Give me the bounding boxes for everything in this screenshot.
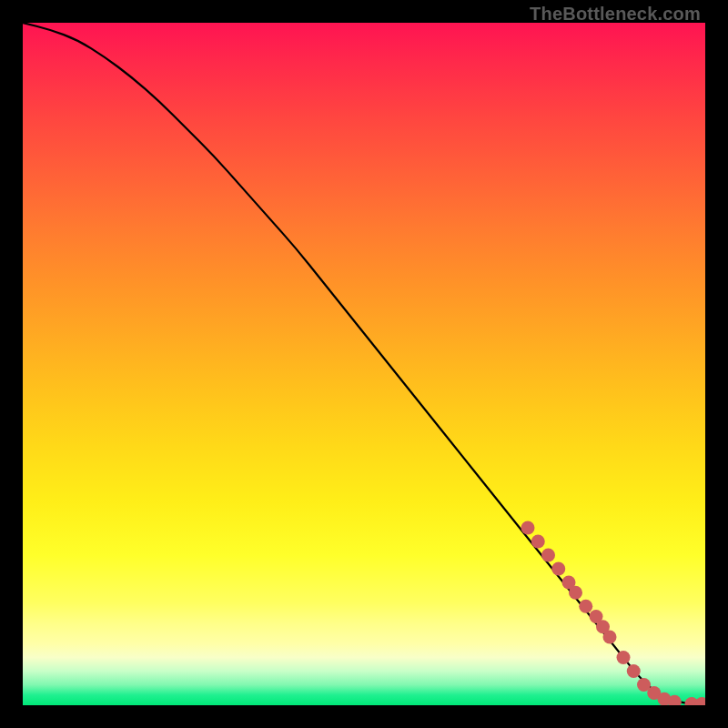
marker-point [551, 562, 565, 576]
watermark-text: TheBottleneck.com [530, 4, 701, 25]
marker-point [695, 697, 705, 705]
curve-layer [23, 23, 705, 705]
chart-frame: TheBottleneck.com [0, 0, 728, 728]
marker-point [627, 664, 641, 678]
bottleneck-curve [23, 23, 705, 704]
marker-point [579, 600, 592, 613]
marker-point [521, 521, 535, 535]
marker-point [569, 586, 582, 600]
plot-area [23, 23, 705, 705]
marker-point [541, 549, 555, 562]
marker-group [521, 521, 706, 706]
marker-point [531, 535, 545, 549]
marker-point [617, 651, 631, 664]
marker-point [603, 631, 617, 644]
